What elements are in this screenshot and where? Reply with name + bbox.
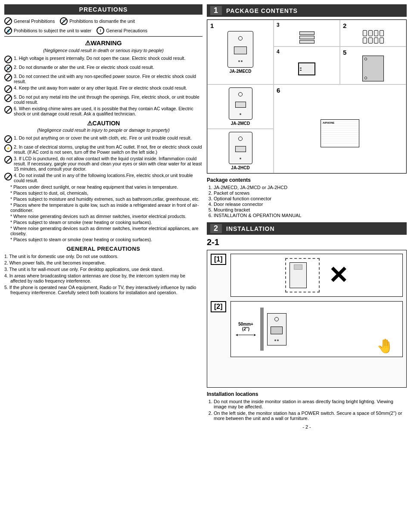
general-precautions-list: 1. The unit is for domestic use only. Do…: [4, 254, 202, 295]
package-contents-title: Package contents: [207, 177, 407, 183]
w5-icon: [4, 94, 12, 102]
pkg-label-ja2mecd: JA-2MECD: [229, 69, 251, 74]
device-dim-visual: [267, 313, 286, 345]
pkg-cell-ja2hcd: JA-2HCD: [207, 129, 274, 173]
content-item-3: Optional function connector: [214, 196, 407, 201]
installation-title: INSTALLATION: [226, 225, 275, 232]
install-locations-title: Installation locations: [207, 391, 407, 397]
pkg-num-1: 1: [210, 22, 214, 29]
c2-icon: ⚡: [4, 144, 12, 152]
caution-sub-2: * Places subject to dust, oil, chemicals…: [10, 190, 202, 196]
caution-sub-8: * Places subject to steam or smoke (near…: [10, 237, 202, 242]
dim-label: 50mm+: [238, 322, 253, 327]
water-label: Prohibitions to subject the unit to wate…: [14, 28, 91, 33]
door-pin-2: [300, 70, 302, 71]
install-diagram: [1] ✕ [2] 50mm: [207, 250, 407, 388]
dismantle-icon: 🔧: [60, 17, 68, 25]
warning-item-4: 4. Keep the unit away from water or any …: [4, 85, 202, 93]
hand-icon: 🤚: [377, 338, 394, 354]
dot-2: [241, 60, 243, 62]
screw-row-1: [363, 30, 384, 36]
pkg-num-5: 5: [343, 49, 346, 56]
package-section-num: 1: [210, 6, 222, 15]
caution-list: 1. Do not put anything on or cover the u…: [4, 135, 202, 183]
arrow-right: ►: [253, 333, 257, 337]
device-circle-1: [238, 36, 243, 40]
device-screen-diag: [294, 264, 302, 270]
content-item-2: Packet of screws: [214, 190, 407, 196]
device-screen-ja2hcd: [235, 146, 246, 152]
bracket-hole-2: [364, 77, 367, 79]
caution-sub-6: * Places subject to steam or smoke (near…: [10, 220, 202, 225]
conn-row-3: [299, 40, 314, 44]
content-item-4: Door release connector: [214, 202, 407, 207]
bracket-shape: [362, 56, 384, 81]
device-dots-1: [238, 60, 243, 62]
screw-2: [368, 30, 373, 36]
arrow-row: ◄ ►: [235, 333, 257, 337]
contents-ol: JA-2MECD, JA-2MCD or JA-2HCD Packet of s…: [207, 185, 407, 218]
gen-item-2: 2. When power fails, the unit becomes in…: [4, 260, 202, 265]
gen-item-5: 5. If the phone is operated near OA equi…: [4, 285, 202, 295]
warning-triangle: ⚠: [85, 39, 90, 47]
screw-7: [374, 37, 378, 44]
page-number: - 2 -: [207, 424, 407, 429]
door-connector-visual: [298, 62, 315, 75]
screws-visual: [363, 30, 384, 44]
content-item-6: INSTALLAITON & OPERATION MANUAL: [214, 213, 407, 218]
pkg-device-ja2mcd: [229, 87, 252, 120]
caution-sub-7: * Where noise generating devices such as…: [10, 226, 202, 236]
warning-item-1: 1. High voltage is present internally. D…: [4, 56, 202, 63]
caution-sub-3: * Places subject to moisture and humidit…: [10, 196, 202, 202]
pkg-cell-screws: 2: [340, 20, 406, 47]
bracket-visual: [362, 56, 384, 81]
pkg-cell-ja2mcd: JA-2MCD: [207, 84, 274, 129]
dot-ja2mcd-1: [240, 113, 241, 115]
diagram-box-1: ✕: [230, 254, 403, 297]
conn-row-1: [299, 31, 314, 35]
w4-icon: [4, 85, 12, 93]
dev-screen: [271, 327, 283, 334]
installation-locations: Installation locations Do not mount the …: [207, 391, 407, 421]
warning-item-6: 6. When existing chime wires are used, i…: [4, 106, 202, 116]
gen-item-3: 3. The unit is for wall-mount use only. …: [4, 267, 202, 272]
dismantle-label: Prohibitions to dismantle the unit: [69, 19, 135, 24]
screw-row-2: [363, 37, 384, 44]
c4-icon: [4, 173, 12, 180]
caution-item-1: 1. Do not put anything on or cover the u…: [4, 135, 202, 143]
right-column: 1 PACKAGE CONTENTS 1 JA-2MECD: [207, 4, 407, 528]
general-precautions-icon-label: General Precautions: [106, 28, 147, 33]
dev-dot-1: [274, 339, 276, 341]
x-mark: ✕: [328, 264, 348, 287]
pkg-num-4: 4: [277, 49, 280, 55]
caution-subtitle: (Negligence could result in injury to pe…: [4, 128, 202, 133]
gen-item-1: 1. The unit is for domestic use only. Do…: [4, 254, 202, 259]
install-21-label: 2-1: [207, 237, 407, 247]
caution-triangle: ⚠: [87, 120, 93, 127]
caution-item-2: ⚡ 2. In case of electrical storms, unplu…: [4, 144, 202, 155]
dot-1: [238, 60, 240, 62]
pkg-label-ja2mcd: JA-2MCD: [231, 121, 250, 126]
pkg-label-ja2hcd: JA-2HCD: [231, 165, 249, 170]
warning-item-2: 🔧 2. Do not dismantle or alter the unit.…: [4, 65, 202, 72]
warning-block: ⚠WARNING (Negligence could result in dea…: [4, 36, 202, 295]
w1-icon: [4, 56, 12, 63]
caution-block: ⚠CAUTION (Negligence could result in inj…: [4, 120, 202, 242]
caution-item-4: 4. Do not install the unit in any of the…: [4, 173, 202, 183]
caution-sub-4: * Places where the temperature is quite …: [10, 202, 202, 213]
device-dots-ja2hcd: [240, 158, 241, 159]
diagram-row-2: [2] 50mm+ (2") ◄ ►: [211, 301, 403, 357]
package-title: PACKAGE CONTENTS: [226, 7, 298, 14]
diagram-label-2: [2]: [211, 301, 226, 312]
pkg-num-3: 3: [277, 22, 280, 28]
pkg-device-ja2mecd: [227, 31, 253, 68]
warning-item-3: 3. Do not connect the unit with any non-…: [4, 74, 202, 84]
package-grid: 1 JA-2MECD 3: [207, 19, 407, 174]
package-header: 1 PACKAGE CONTENTS: [207, 4, 407, 17]
content-item-1: JA-2MECD, JA-2MCD or JA-2HCD: [214, 185, 407, 190]
conn-row-2: [299, 36, 314, 39]
pkg-cell-middle-top: 3: [274, 20, 340, 47]
w3-icon: [4, 74, 12, 81]
w2-icon: 🔧: [4, 65, 12, 72]
installation-header: 2 INSTALLATION: [207, 222, 407, 235]
